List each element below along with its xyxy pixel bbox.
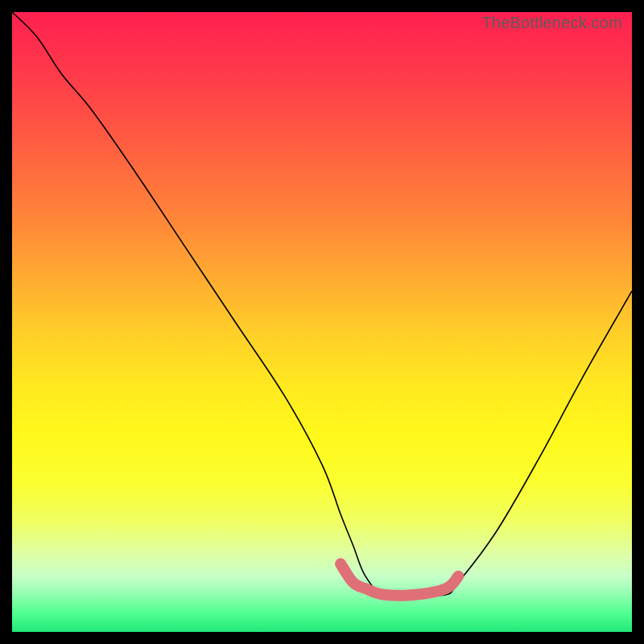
chart-plot-area: TheBottleneck.com — [12, 12, 632, 632]
chart-svg — [12, 12, 632, 632]
optimal-band-marker — [341, 564, 458, 596]
bottleneck-curve — [12, 12, 632, 597]
